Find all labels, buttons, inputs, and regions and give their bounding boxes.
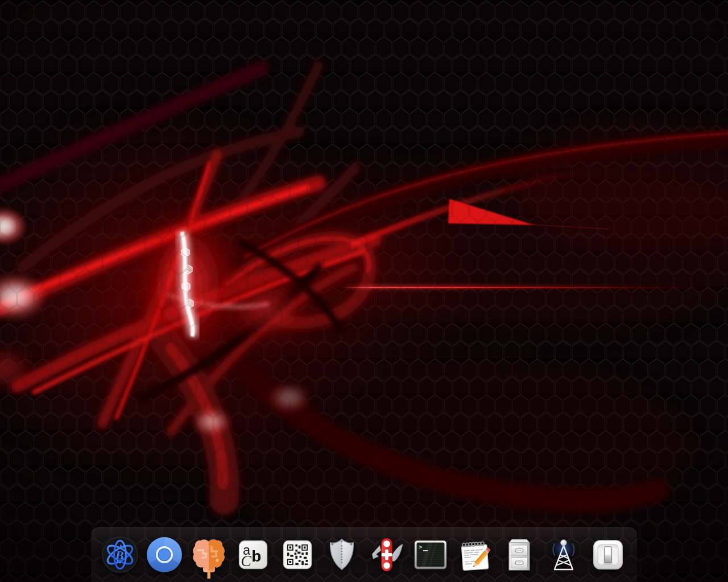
atom-bitcoin-icon: B	[101, 536, 139, 573]
notepad-pencil-icon	[456, 536, 494, 573]
desktop-wallpaper	[0, 0, 728, 582]
light-switch-icon	[591, 538, 625, 572]
dock-item-file-manager[interactable]	[500, 533, 538, 576]
dock-item-web-browser[interactable]	[146, 533, 183, 576]
font-letters-abc-icon: a b C	[237, 538, 270, 571]
svg-text:C: C	[241, 552, 251, 569]
svg-text:b: b	[251, 547, 261, 565]
dock-item-security-shield[interactable]	[323, 533, 361, 576]
dock-item-power-switch[interactable]	[589, 533, 627, 576]
dock-item-text-editor[interactable]	[456, 533, 494, 576]
dock-items: B	[91, 527, 637, 582]
swiss-army-knife-icon	[367, 536, 405, 573]
dock-item-terminal[interactable]: >	[412, 533, 449, 576]
dock-item-crypto-wallet[interactable]: B	[101, 533, 139, 576]
dock-item-font-viewer[interactable]: a b C	[234, 533, 272, 576]
dock: B	[0, 526, 728, 582]
dock-item-network-antenna[interactable]	[545, 533, 582, 576]
radio-tower-icon	[545, 537, 582, 573]
qr-code-icon	[281, 538, 314, 571]
terminal-prompt-icon: >	[412, 537, 449, 573]
brain-circuit-icon	[191, 537, 227, 579]
dock-item-multi-tool[interactable]	[367, 533, 405, 576]
chromium-browser-icon	[146, 536, 183, 573]
desktop: B	[0, 0, 728, 582]
file-cabinet-icon	[501, 537, 537, 573]
svg-text:>: >	[419, 543, 423, 551]
dock-item-brain-app[interactable]	[190, 533, 228, 576]
metal-shield-icon	[324, 537, 359, 572]
dock-item-qr-code-tool[interactable]	[279, 533, 316, 576]
